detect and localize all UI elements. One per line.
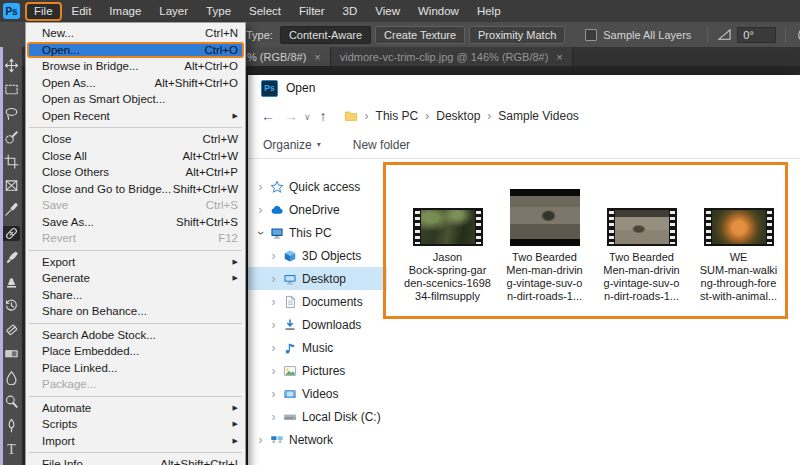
sidebar-item-this-pc[interactable]: ›This PC — [248, 221, 387, 244]
move-tool-icon[interactable] — [2, 58, 20, 73]
menu-edit[interactable]: Edit — [63, 0, 101, 22]
sidebar-item-onedrive[interactable]: ›OneDrive — [248, 198, 387, 221]
menu-item-automate[interactable]: Automate▶ — [26, 400, 245, 417]
file-item[interactable]: WE SUM-man-walki ng-through-fore st-with… — [692, 187, 785, 303]
menu-item-share-on-behance[interactable]: Share on Behance... — [26, 303, 245, 320]
brush-tool-icon[interactable] — [2, 250, 20, 265]
forward-button[interactable]: → — [284, 109, 298, 123]
lasso-tool-icon[interactable] — [2, 106, 20, 121]
menu-item-export[interactable]: Export▶ — [26, 254, 245, 271]
breadcrumb-this-pc[interactable]: This PC — [376, 109, 419, 123]
menu-item-new[interactable]: New...Ctrl+N — [26, 25, 245, 42]
menu-item-place-embedded[interactable]: Place Embedded... — [26, 343, 245, 360]
menu-item-close-others[interactable]: Close OthersAlt+Ctrl+P — [26, 164, 245, 181]
menu-item-open-recent[interactable]: Open Recent▶ — [26, 108, 245, 125]
menu-3d[interactable]: 3D — [334, 0, 367, 22]
menu-item-close-all[interactable]: Close AllAlt+Ctrl+W — [26, 148, 245, 165]
file-item[interactable]: Two Bearded Men-man-drivin g-vintage-suv… — [498, 187, 591, 303]
up-button[interactable]: ↑ — [320, 109, 327, 123]
menu-item-share[interactable]: Share... — [26, 287, 245, 304]
menu-item-place-linked[interactable]: Place Linked... — [26, 360, 245, 377]
pen-tool-icon[interactable] — [2, 418, 20, 433]
quick-select-tool-icon[interactable] — [2, 130, 20, 145]
menu-item-scripts[interactable]: Scripts▶ — [26, 416, 245, 433]
chevron-right-icon[interactable]: › — [256, 433, 265, 447]
sidebar-item-music[interactable]: ›Music — [248, 336, 387, 359]
crop-tool-icon[interactable] — [2, 154, 20, 169]
menu-select[interactable]: Select — [240, 0, 290, 22]
menu-layer[interactable]: Layer — [150, 0, 197, 22]
sidebar-item-documents[interactable]: ›Documents — [248, 290, 387, 313]
breadcrumb-desktop[interactable]: Desktop — [436, 109, 480, 123]
menu-item-generate[interactable]: Generate▶ — [26, 270, 245, 287]
menu-item-search-adobe-stock[interactable]: Search Adobe Stock... — [26, 327, 245, 344]
breadcrumb[interactable]: › This PC › Desktop › Sample Videos — [344, 109, 579, 123]
menu-window[interactable]: Window — [409, 0, 468, 22]
chevron-right-icon[interactable]: › — [269, 410, 278, 424]
menu-item-open-as-smart-object[interactable]: Open as Smart Object... — [26, 91, 245, 108]
gradient-tool-icon[interactable] — [2, 346, 20, 361]
content-aware-button[interactable]: Content-Aware — [280, 26, 371, 44]
menu-item-save-as[interactable]: Save As...Shift+Ctrl+S — [26, 214, 245, 231]
slice-tool-icon[interactable] — [2, 178, 20, 193]
menu-item-browse-in-bridge[interactable]: Browse in Bridge...Alt+Ctrl+O — [26, 58, 245, 75]
recent-locations-dropdown-icon[interactable]: ∨ — [304, 113, 311, 122]
sidebar-item-label: 3D Objects — [302, 249, 361, 263]
menu-item-open[interactable]: Open...Ctrl+O — [27, 42, 244, 59]
angle-input[interactable]: 0° — [737, 27, 776, 43]
organize-button[interactable]: Organize ▾ — [263, 138, 321, 152]
menu-view[interactable]: View — [366, 0, 409, 22]
menu-file[interactable]: File — [25, 2, 62, 21]
dodge-tool-icon[interactable] — [2, 394, 20, 409]
submenu-arrow-icon: ▶ — [233, 420, 238, 428]
chevron-right-icon[interactable]: › — [256, 180, 265, 194]
chevron-right-icon[interactable]: › — [269, 364, 278, 378]
sidebar-item-3d-objects[interactable]: ›3D Objects — [248, 244, 387, 267]
menu-help[interactable]: Help — [468, 0, 510, 22]
close-icon[interactable]: × — [314, 51, 320, 63]
chevron-right-icon[interactable]: › — [269, 318, 278, 332]
chevron-right-icon[interactable]: › — [269, 341, 278, 355]
file-item[interactable]: Jason Bock-spring-gar den-scenics-1698 3… — [401, 187, 494, 303]
rect-marquee-tool-icon[interactable] — [2, 82, 20, 97]
file-item[interactable]: Two Bearded Men-man-drivin g-vintage-suv… — [595, 187, 688, 303]
eyedropper-tool-icon[interactable] — [2, 202, 20, 217]
breadcrumb-sample-videos[interactable]: Sample Videos — [498, 109, 579, 123]
menu-filter[interactable]: Filter — [290, 0, 334, 22]
close-icon[interactable]: × — [556, 51, 562, 63]
menu-type[interactable]: Type — [197, 0, 240, 22]
chevron-right-icon[interactable]: › — [269, 387, 278, 401]
back-button[interactable]: ← — [261, 109, 275, 123]
chevron-right-icon[interactable]: › — [269, 272, 278, 286]
chevron-right-icon: › — [365, 109, 369, 123]
chevron-down-icon[interactable]: › — [254, 228, 268, 237]
spot-healing-tool-icon[interactable] — [2, 226, 20, 241]
document-tab-active[interactable]: % (RGB/8#) × — [238, 47, 331, 66]
chevron-right-icon[interactable]: › — [269, 249, 278, 263]
menu-item-open-as[interactable]: Open As...Alt+Shift+Ctrl+O — [26, 75, 245, 92]
proximity-match-button[interactable]: Proximity Match — [469, 26, 565, 44]
sidebar-item-videos[interactable]: ›Videos — [248, 382, 387, 405]
menu-item-import[interactable]: Import▶ — [26, 433, 245, 450]
clone-stamp-tool-icon[interactable] — [2, 274, 20, 289]
chevron-right-icon[interactable]: › — [256, 203, 265, 217]
document-tab-vidmore[interactable]: vidmore-vc-trim-clip.jpg @ 146% (RGB/8#)… — [331, 47, 573, 66]
menu-item-close[interactable]: CloseCtrl+W — [26, 131, 245, 148]
sample-all-layers-checkbox[interactable] — [585, 29, 597, 41]
new-folder-button[interactable]: New folder — [353, 138, 410, 152]
eraser-tool-icon[interactable] — [2, 322, 20, 337]
sidebar-item-quick-access[interactable]: ›Quick access — [248, 175, 387, 198]
blur-tool-icon[interactable] — [2, 370, 20, 385]
sidebar-item-network[interactable]: ›Network — [248, 428, 387, 451]
sidebar-item-local-disk-c[interactable]: ›Local Disk (C:) — [248, 405, 387, 428]
chevron-right-icon[interactable]: › — [269, 295, 278, 309]
sidebar-item-downloads[interactable]: ›Downloads — [248, 313, 387, 336]
history-brush-tool-icon[interactable] — [2, 298, 20, 313]
type-tool-icon[interactable]: T — [2, 442, 20, 457]
create-texture-button[interactable]: Create Texture — [375, 26, 465, 44]
menu-item-close-and-go-to-bridge[interactable]: Close and Go to Bridge...Shift+Ctrl+W — [26, 181, 245, 198]
menu-item-file-info[interactable]: File Info...Alt+Shift+Ctrl+I — [26, 456, 245, 465]
menu-image[interactable]: Image — [100, 0, 150, 22]
sidebar-item-pictures[interactable]: ›Pictures — [248, 359, 387, 382]
sidebar-item-desktop[interactable]: ›Desktop — [248, 267, 387, 290]
